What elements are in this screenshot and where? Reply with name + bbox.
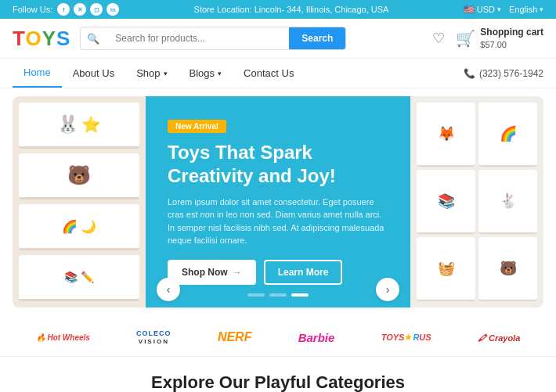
shelf-cell-3: 📚 — [417, 170, 475, 234]
logo[interactable]: TOYS — [13, 28, 70, 49]
left-shelf: 🐰 ⭐ 🐻 🌈 🌙 📚 ✏️ — [13, 96, 146, 307]
barbie-logo: Barbie — [298, 331, 335, 344]
slide-dot-1[interactable] — [247, 293, 265, 297]
top-bar: Follow Us: f ✕ ◻ in Store Location: Linc… — [0, 0, 556, 19]
shelf-cell-4: 🐇 — [478, 170, 537, 234]
toy-book: 📚 — [64, 271, 78, 283]
toy-bear-r: 🐻 — [500, 260, 517, 277]
nerf-logo: NERF — [218, 330, 252, 343]
follow-section: Follow Us: f ✕ ◻ in — [13, 3, 119, 16]
brand-hotwheels[interactable]: 🔥 Hot Wheels — [36, 333, 90, 342]
store-location-text: Store Location: Lincoln- 344, Illinois, … — [194, 5, 389, 14]
toy-star: ⭐ — [81, 115, 101, 134]
slide-dot-3[interactable] — [291, 293, 309, 297]
heart-icon: ♡ — [432, 31, 445, 46]
shelf-cell-6: 🐻 — [478, 237, 537, 301]
toysrus-r-text: R — [413, 333, 419, 342]
header: TOYS 🔍 Search ♡ 🛒 Shopping cart $57.00 — [0, 19, 556, 59]
currency-chevron: ▾ — [497, 5, 501, 13]
hero-buttons: Shop Now → Learn More — [168, 260, 388, 285]
cart-button[interactable]: 🛒 Shopping cart $57.00 — [456, 27, 543, 50]
nav-bar: Home About Us Shop ▾ Blogs ▾ Contact Us … — [0, 59, 556, 88]
brands-section: 🔥 Hot Wheels COLECO VISION NERF Barbie T… — [0, 315, 556, 357]
new-arrival-badge: New Arrival — [168, 120, 226, 133]
brand-colecovision[interactable]: COLECO VISION — [136, 329, 171, 345]
language-dropdown[interactable]: English ▾ — [509, 5, 543, 14]
brand-crayola[interactable]: 🖍 Crayola — [478, 332, 520, 343]
logo-Y: Y — [42, 27, 56, 50]
nav-link-home[interactable]: Home — [13, 59, 62, 88]
shelf-cell-2: 🌈 — [478, 102, 537, 167]
slide-dot-2[interactable] — [269, 293, 287, 297]
flag-icon: 🇺🇸 — [464, 5, 475, 15]
shop-chevron: ▾ — [164, 70, 168, 77]
logo-O: O — [25, 27, 42, 50]
cart-label: Shopping cart — [480, 27, 543, 39]
hero-right-panel: 🦊 🌈 📚 🐇 🧺 🐻 — [410, 96, 543, 307]
slide-dots — [247, 293, 309, 297]
nav-link-blogs[interactable]: Blogs ▾ — [179, 59, 233, 87]
top-bar-right: 🇺🇸 USD ▾ English ▾ — [464, 5, 543, 15]
nav-phone: 📞 (323) 576-1942 — [464, 68, 543, 79]
right-shelf: 🦊 🌈 📚 🐇 🧺 🐻 — [410, 96, 543, 307]
header-icons: ♡ 🛒 Shopping cart $57.00 — [432, 27, 543, 50]
brand-nerf[interactable]: NERF — [218, 330, 252, 344]
blogs-chevron: ▾ — [218, 70, 222, 77]
shelf-row-4: 📚 ✏️ — [19, 255, 139, 301]
search-button[interactable]: Search — [289, 27, 345, 49]
wishlist-button[interactable]: ♡ — [432, 30, 445, 47]
linkedin-icon[interactable]: in — [107, 3, 119, 16]
toysrus-toys-text: TOYS — [381, 333, 405, 342]
facebook-icon[interactable]: f — [57, 3, 70, 16]
store-location: Store Location: Lincoln- 344, Illinois, … — [119, 5, 463, 14]
coleco-logo: COLECO VISION — [136, 329, 171, 345]
categories-section: Explore Our Playful Categories Lorem ips… — [0, 357, 556, 392]
nav-link-shop[interactable]: Shop ▾ — [125, 59, 178, 87]
shelf-row-2: 🐻 — [19, 153, 139, 200]
crayola-logo: 🖍 Crayola — [478, 333, 520, 343]
next-slide-button[interactable]: › — [376, 278, 399, 301]
toy-bunny: 🐇 — [500, 192, 517, 210]
follow-label: Follow Us: — [13, 5, 52, 14]
categories-title: Explore Our Playful Categories — [13, 372, 543, 392]
hero-left-panel: 🐰 ⭐ 🐻 🌈 🌙 📚 ✏️ — [13, 96, 146, 307]
toy-moon: 🌙 — [81, 219, 96, 234]
hotwheels-text: 🔥 Hot Wheels — [36, 333, 90, 342]
learn-more-button[interactable]: Learn More — [264, 260, 343, 285]
brand-toysrus[interactable]: TOYS ★ R US — [381, 332, 431, 343]
hero-section: 🐰 ⭐ 🐻 🌈 🌙 📚 ✏️ New Arrival Toys That Spa… — [13, 96, 543, 307]
search-bar[interactable]: 🔍 Search — [80, 27, 346, 50]
toy-pencil: ✏️ — [81, 271, 94, 283]
toy-rainbow-r: 🌈 — [500, 125, 517, 142]
hero-main: New Arrival Toys That Spark Creativity a… — [146, 96, 410, 307]
nav-links: Home About Us Shop ▾ Blogs ▾ Contact Us — [13, 59, 305, 88]
toy-fox: 🦊 — [438, 125, 455, 142]
coleco-line1: COLECO — [136, 329, 171, 337]
prev-slide-button[interactable]: ‹ — [157, 278, 180, 301]
brand-barbie[interactable]: Barbie — [298, 331, 335, 344]
toy-bear: 🐻 — [67, 164, 91, 186]
cart-amount: $57.00 — [480, 39, 543, 50]
logo-S: S — [56, 27, 70, 50]
cart-icon: 🛒 — [456, 30, 475, 47]
cart-text: Shopping cart $57.00 — [480, 27, 543, 50]
currency-dropdown[interactable]: 🇺🇸 USD ▾ — [464, 5, 501, 15]
social-icons: f ✕ ◻ in — [57, 3, 119, 16]
currency-label: USD — [477, 5, 495, 14]
shelf-cell-5: 🧺 — [417, 237, 475, 301]
language-chevron: ▾ — [540, 5, 543, 13]
toy-basket: 🧺 — [438, 260, 455, 277]
coleco-line2: VISION — [139, 338, 169, 345]
arrow-icon: → — [233, 267, 242, 278]
phone-icon: 📞 — [464, 68, 475, 79]
nav-link-about[interactable]: About Us — [62, 59, 125, 87]
search-input[interactable] — [106, 27, 289, 49]
shelf-row-1: 🐰 ⭐ — [19, 102, 139, 149]
shop-now-button[interactable]: Shop Now → — [168, 260, 256, 285]
nav-link-contact[interactable]: Contact Us — [233, 59, 305, 87]
toysrus-logo: TOYS ★ R US — [381, 332, 431, 343]
twitter-icon[interactable]: ✕ — [74, 3, 86, 16]
instagram-icon[interactable]: ◻ — [90, 3, 103, 16]
hotwheels-logo: 🔥 Hot Wheels — [36, 333, 90, 342]
hero-description: Lorem ipsum dolor sit amet consectetur. … — [168, 196, 388, 247]
